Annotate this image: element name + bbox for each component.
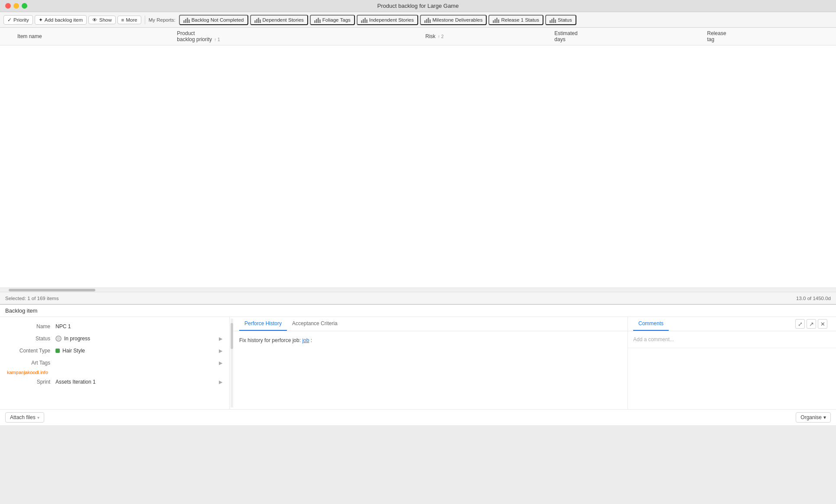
status-circle-icon <box>55 336 62 342</box>
tabs-panel: Perforce History Acceptance Criteria Fix… <box>234 317 628 409</box>
ad-banner[interactable]: kampanjakoodi.info <box>0 369 229 376</box>
sprint-value: Assets Iteration 1 <box>55 379 219 385</box>
more-button[interactable]: ≡ More <box>117 16 141 24</box>
bottom-content: Name NPC 1 Status In progress ▶ Content … <box>0 317 836 409</box>
tab-perforce-history[interactable]: Perforce History <box>239 317 287 331</box>
detail-scrollbar[interactable] <box>231 319 233 407</box>
content-type-arrow-icon[interactable]: ▶ <box>219 348 222 354</box>
lines-icon: ≡ <box>121 17 124 23</box>
status-arrow-icon[interactable]: ▶ <box>219 336 222 342</box>
report-independent-btn[interactable]: Independent Stories <box>357 15 418 25</box>
content-type-dot-icon <box>55 349 60 353</box>
perforce-history-content: Fix history for perforce job: job : <box>234 331 628 409</box>
total-info: 13.0 of 1450.0d <box>796 296 831 301</box>
table-area[interactable]: Item name Productbacklog priority ↑ 1 Ri… <box>0 28 836 288</box>
comments-tab[interactable]: Comments <box>633 317 669 331</box>
comments-header: Comments ⤢ ↗ ✕ <box>628 317 836 331</box>
col-release[interactable]: Releasetag <box>703 28 836 45</box>
sprint-label: Sprint <box>7 379 50 385</box>
tabs-header: Perforce History Acceptance Criteria <box>234 317 628 331</box>
col-num <box>0 28 13 45</box>
backlog-item-title: Backlog item <box>5 307 37 314</box>
reports-label: My Reports: <box>149 17 176 23</box>
priority-button[interactable]: ✓ Priority <box>3 15 33 25</box>
col-est[interactable]: Estimateddays <box>550 28 703 45</box>
status-bar: Selected: 1 of 169 items 13.0 of 1450.0d <box>0 292 836 304</box>
eye-icon: 👁 <box>92 17 98 23</box>
panel-controls: ⤢ ↗ ✕ <box>795 319 831 329</box>
content-type-label: Content Type <box>7 348 50 354</box>
col-priority[interactable]: Productbacklog priority ↑ 1 <box>172 28 421 45</box>
toolbar: ✓ Priority ✦ Add backlog item 👁 Show ≡ M… <box>0 12 836 28</box>
backlog-table: Item name Productbacklog priority ↑ 1 Ri… <box>0 28 836 45</box>
plus-icon: ✦ <box>39 17 43 23</box>
expand-inline-button[interactable]: ⤢ <box>795 319 805 329</box>
chart-icon-1 <box>183 17 190 23</box>
art-tags-label: Art Tags <box>7 360 50 366</box>
check-icon: ✓ <box>7 17 12 23</box>
detail-name-row: Name NPC 1 <box>0 320 229 333</box>
selected-info: Selected: 1 of 169 items <box>5 296 59 301</box>
art-tags-arrow-icon[interactable]: ▶ <box>219 360 222 366</box>
report-milestone-btn[interactable]: Milestone Deliverables <box>420 15 487 25</box>
maximize-button[interactable] <box>22 3 27 9</box>
comments-panel: Comments ⤢ ↗ ✕ Add a comment... <box>628 317 836 409</box>
report-status-btn[interactable]: Status <box>545 15 576 25</box>
add-backlog-button[interactable]: ✦ Add backlog item <box>35 15 87 25</box>
attach-files-button[interactable]: Attach files ▾ <box>5 412 44 423</box>
expand-external-button[interactable]: ↗ <box>807 319 816 329</box>
detail-art-tags-row[interactable]: Art Tags ▶ <box>0 357 229 369</box>
detail-sprint-row[interactable]: Sprint Assets Iteration 1 ▶ <box>0 376 229 388</box>
comments-body <box>628 348 836 409</box>
close-button[interactable] <box>5 3 11 9</box>
report-backlog-btn[interactable]: Backlog Not Completed <box>179 15 248 25</box>
detail-panel: Name NPC 1 Status In progress ▶ Content … <box>0 317 230 409</box>
name-value: NPC 1 <box>55 323 222 330</box>
detail-status-row[interactable]: Status In progress ▶ <box>0 333 229 345</box>
report-foliage-btn[interactable]: Foliage Tags <box>310 15 355 25</box>
chart-icon-6 <box>493 17 499 23</box>
horizontal-scrollbar[interactable] <box>0 288 836 292</box>
bottom-panel-header: Backlog item <box>0 305 836 317</box>
col-risk[interactable]: Risk ↑ 2 <box>421 28 550 45</box>
minimize-button[interactable] <box>13 3 19 9</box>
show-button[interactable]: 👁 Show <box>88 16 116 24</box>
scroll-thumb[interactable] <box>9 289 95 291</box>
close-panel-button[interactable]: ✕ <box>818 319 827 329</box>
detail-content-type-row[interactable]: Content Type Hair Style ▶ <box>0 345 229 357</box>
name-label: Name <box>7 323 50 330</box>
attach-dropdown-icon: ▾ <box>37 415 39 420</box>
titlebar: Product backlog for Large Game <box>0 0 836 12</box>
window-controls[interactable] <box>5 3 27 9</box>
chart-icon-7 <box>550 17 556 23</box>
col-item-name[interactable]: Item name <box>13 28 172 45</box>
report-dependent-btn[interactable]: Dependent Stories <box>250 15 308 25</box>
sprint-arrow-icon[interactable]: ▶ <box>219 379 222 385</box>
content-type-value: Hair Style <box>55 348 219 354</box>
bottom-footer: Attach files ▾ Organise ▾ <box>0 409 836 425</box>
report-release-btn[interactable]: Release 1 Status <box>488 15 543 25</box>
tab-acceptance-criteria[interactable]: Acceptance Criteria <box>287 317 343 331</box>
detail-scrollbar-thumb[interactable] <box>231 323 233 349</box>
organise-dropdown-icon: ▾ <box>823 414 826 420</box>
chart-icon-5 <box>424 17 431 23</box>
status-value: In progress <box>55 336 219 342</box>
status-label: Status <box>7 336 50 342</box>
chart-icon-3 <box>314 17 321 23</box>
chart-icon-2 <box>254 17 261 23</box>
chart-icon-4 <box>361 17 368 23</box>
perforce-job-link[interactable]: job <box>302 337 309 343</box>
organise-button[interactable]: Organise ▾ <box>796 412 831 423</box>
add-comment-area[interactable]: Add a comment... <box>628 331 836 348</box>
window-title: Product backlog for Large Game <box>377 3 459 9</box>
bottom-panel: Backlog item Name NPC 1 Status In progre… <box>0 304 836 425</box>
main-content: Item name Productbacklog priority ↑ 1 Ri… <box>0 28 836 504</box>
